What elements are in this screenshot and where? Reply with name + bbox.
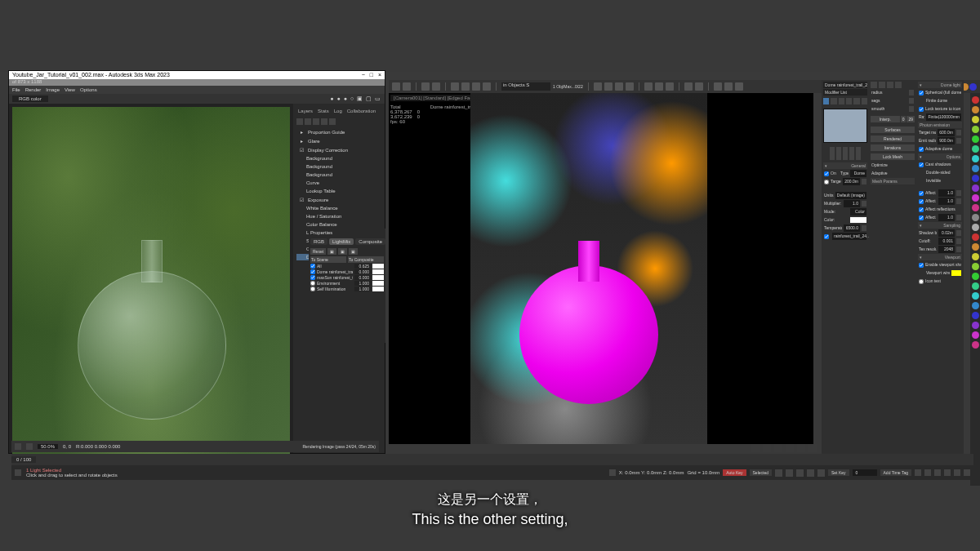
aff-atm-field[interactable]: 1.0 (938, 214, 955, 221)
side-tab-stats[interactable]: Stats (318, 109, 329, 113)
raydist-field[interactable]: Finite|100000mm (926, 113, 961, 121)
photon-rollout[interactable]: Photon emission (918, 122, 962, 128)
zoom-all-icon[interactable] (924, 469, 931, 476)
close-icon[interactable]: × (378, 72, 381, 78)
units-dropdown[interactable]: Default (image) (835, 192, 866, 199)
tree-display-correction[interactable]: Display Correction (308, 148, 348, 153)
hierarchy-tab-icon[interactable] (839, 98, 844, 104)
mix-row-val-2[interactable]: 0.000 (354, 275, 371, 280)
mix-row-cb-3[interactable] (310, 281, 315, 286)
rendered-button[interactable]: Rendered (871, 136, 915, 142)
viewport-rollout[interactable]: Viewport (945, 255, 960, 260)
render-frame-icon[interactable] (735, 82, 743, 91)
link-icon[interactable] (421, 82, 430, 91)
multiplier-field[interactable]: 1.0 (844, 200, 860, 207)
pan-icon[interactable] (751, 444, 760, 452)
walk-icon[interactable] (954, 469, 960, 476)
tree-lut[interactable]: Lookup Table (306, 189, 336, 193)
viewport-bottle-object[interactable] (519, 241, 658, 404)
placement-icon[interactable] (626, 82, 634, 91)
aff-spec-field[interactable]: 1.0 (938, 198, 955, 205)
emit-radius-field[interactable]: 900.0m (938, 137, 955, 144)
interp-0-button[interactable]: 0 (901, 116, 906, 122)
tree-bg2[interactable]: Background (306, 164, 332, 169)
save-icon[interactable]: ▣ (357, 96, 363, 101)
next-frame-icon[interactable] (807, 469, 814, 477)
filter-icon[interactable] (483, 82, 491, 91)
menu-render[interactable]: Render (25, 87, 42, 92)
mix-row-color-3[interactable] (372, 281, 384, 286)
set-key-button[interactable]: Set Key (828, 469, 849, 476)
goto-end-icon[interactable] (817, 469, 825, 477)
snap-icon[interactable] (644, 82, 653, 91)
adaptive-checkbox[interactable] (919, 147, 924, 152)
menu-options[interactable]: Options (80, 87, 97, 92)
mix-tab-rgb[interactable]: RGB (310, 238, 327, 245)
lock-tex-checkbox[interactable] (919, 107, 924, 112)
time-slider[interactable]: 0 / 100 (11, 454, 973, 465)
tree-wb[interactable]: White Balance (306, 206, 338, 211)
select-region-icon[interactable] (472, 82, 480, 91)
material-editor-icon[interactable] (714, 82, 722, 91)
clear-icon[interactable]: ▢ (366, 96, 372, 101)
add-layer-icon[interactable] (296, 118, 303, 125)
rotate-icon[interactable] (604, 82, 612, 91)
target-radius-field[interactable]: 600.0m (938, 129, 955, 136)
undo-icon[interactable] (392, 82, 400, 91)
move-icon[interactable] (594, 82, 602, 91)
iterations-button[interactable]: Iterations (871, 144, 915, 151)
slider-4[interactable] (849, 147, 854, 160)
percent-snap-icon[interactable] (666, 82, 674, 91)
mode-dropdown[interactable]: Color (850, 208, 866, 216)
mix-row-cb-1[interactable] (310, 269, 315, 274)
side-tab-log[interactable]: Log (334, 109, 342, 113)
remove-layer-icon[interactable] (305, 118, 311, 125)
mix-row-color-0[interactable] (372, 264, 384, 269)
selected-dropdown[interactable]: Selected (750, 469, 772, 476)
object-name-field[interactable]: Modifier List (823, 89, 867, 96)
general-rollout[interactable]: General (851, 163, 866, 168)
mix-row-val-1[interactable]: 0.000 (354, 269, 371, 274)
menu-file[interactable]: File (12, 87, 20, 92)
aff-diffuse-checkbox[interactable] (919, 191, 924, 196)
map-button[interactable]: rainforest_trail_24... (832, 233, 866, 240)
menu-image[interactable]: Image (46, 87, 60, 92)
folder-icon[interactable] (313, 118, 319, 125)
zoom-extents-icon[interactable] (915, 469, 921, 476)
to-scene-button[interactable]: To Scene (310, 256, 346, 263)
mix-row-val-3[interactable]: 1.000 (354, 281, 371, 286)
channel-g-icon[interactable]: ● (337, 96, 341, 101)
prev-frame-icon[interactable] (786, 469, 793, 477)
colorspace-dropdown[interactable]: RGB color (12, 96, 48, 102)
on-checkbox[interactable] (824, 171, 829, 176)
channel-r-icon[interactable]: ● (330, 96, 333, 101)
tree-glare[interactable]: Glare (308, 139, 320, 144)
dolly-icon[interactable] (774, 444, 782, 452)
tree-proportion[interactable]: Proportion Guide (308, 130, 345, 135)
tree-bg3[interactable]: Background (306, 172, 332, 177)
select-icon[interactable] (451, 82, 459, 91)
c2-ico3[interactable] (887, 82, 893, 88)
redo-icon[interactable] (403, 82, 411, 91)
viewport-label[interactable]: [Camera001] [Standard] [Edged Faces] (390, 95, 482, 101)
options-rollout[interactable]: Options (947, 154, 960, 159)
mix-icon-2[interactable]: ▣ (338, 248, 347, 255)
mix-icon-3[interactable]: ▣ (349, 248, 358, 255)
tree-exposure[interactable]: Exposure (308, 198, 328, 202)
mix-row-cb-2[interactable] (310, 275, 315, 280)
create-tab-icon[interactable] (823, 98, 829, 104)
targeted-checkbox[interactable] (824, 180, 829, 184)
roll-icon[interactable] (797, 444, 805, 452)
shadow-bias-field[interactable]: 0.02m (938, 229, 955, 237)
motion-tab-icon[interactable] (846, 98, 852, 104)
aff-atm-checkbox[interactable] (919, 216, 924, 220)
spherical-checkbox[interactable] (919, 91, 924, 96)
texres-field[interactable]: 2048 (938, 246, 955, 253)
time-tag-button[interactable]: Add Time Tag (880, 469, 911, 476)
mix-row-color-1[interactable] (372, 269, 384, 274)
surfaces-button[interactable]: Surfaces (871, 127, 915, 133)
zoom-field[interactable]: 50.0% (38, 444, 58, 449)
aff-diffuse-field[interactable]: 1.0 (938, 189, 955, 197)
field-of-view-icon[interactable] (934, 469, 941, 476)
target-dist-field[interactable]: 200.0m (843, 178, 860, 185)
